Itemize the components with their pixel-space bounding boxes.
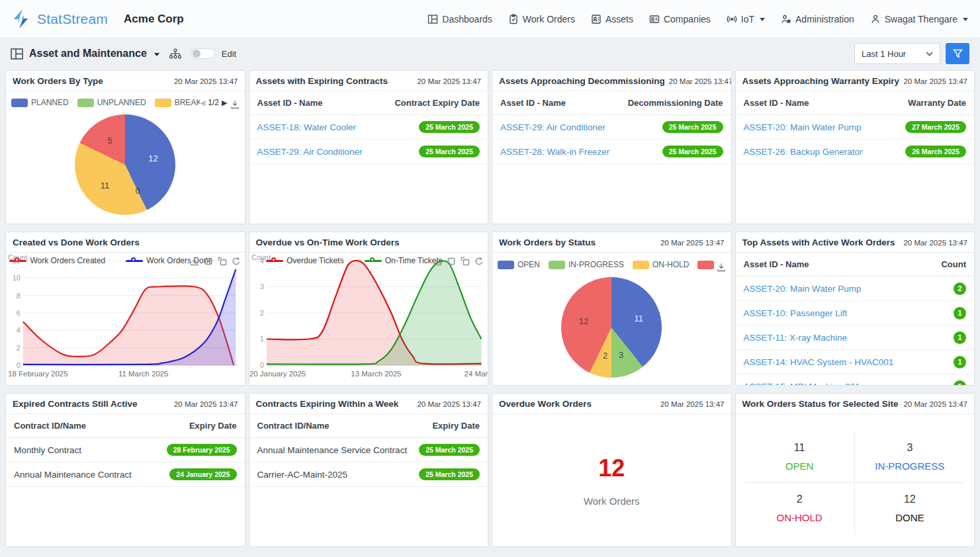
legend-item[interactable]: IN-PROGRESS	[549, 260, 624, 269]
legend-label: OPEN	[517, 260, 540, 269]
statstream-logo-icon	[12, 9, 30, 29]
brand-name: StatStream	[37, 11, 108, 27]
widget-status-selected-site: Work Orders Status for Selected Site 20 …	[735, 393, 975, 547]
dashboard-selector[interactable]: Asset and Maintenance	[11, 48, 159, 60]
nav-item-work-orders[interactable]: Work Orders	[508, 14, 575, 24]
asset-link[interactable]: ASSET-10: Passenger Lift	[744, 308, 848, 318]
widget-timestamp: 20 Mar 2025 13:47	[174, 77, 238, 85]
chart-toolbar	[433, 257, 484, 266]
legend-item[interactable]: BREAKDOWN	[155, 98, 200, 107]
table-header: Asset ID - Name Contract Expiry Date	[249, 91, 488, 115]
data-zoom-icon[interactable]	[447, 257, 456, 266]
refresh-icon[interactable]	[474, 257, 484, 266]
nav-item-iot[interactable]: IoT	[727, 14, 765, 24]
line-legend[interactable]: Work Orders CreatedWork Orders Done	[26, 256, 205, 265]
legend-label: BREAKDOWN	[175, 98, 200, 107]
status-cell-done: 12 DONE	[855, 483, 965, 534]
date-pill: 25 March 2025	[419, 121, 480, 133]
legend-item[interactable]: UNPLANNED	[77, 98, 146, 107]
svg-text:6: 6	[17, 309, 21, 317]
user-icon	[870, 14, 881, 24]
work-orders-by-status-pie-chart[interactable]: 113212	[561, 277, 662, 378]
download-icon[interactable]	[190, 257, 199, 266]
date-pill: 24 January 2025	[169, 468, 236, 480]
nav-item-user-menu[interactable]: Swagat Thengare	[870, 14, 968, 24]
nav-item-dashboards[interactable]: Dashboards	[427, 14, 492, 24]
created-vs-done-line-chart[interactable]: 024681012Count18 February 202511 March 2…	[6, 253, 245, 385]
work-orders-icon	[508, 14, 519, 24]
asset-link[interactable]: ASSET-11: X-ray Machine	[744, 333, 848, 343]
svg-text:2: 2	[17, 344, 21, 352]
asset-link[interactable]: ASSET-20: Main Water Pump	[744, 284, 862, 294]
table-header: Contract ID/Name Expiry Date	[6, 414, 245, 438]
download-icon[interactable]	[433, 257, 442, 266]
asset-link[interactable]: ASSET-15: MRI Machine 001	[744, 382, 860, 386]
pie-slice-value: 11	[101, 180, 110, 190]
restore-icon[interactable]	[218, 257, 227, 266]
brand: StatStream Acme Corp	[12, 9, 184, 29]
legend-swatch	[155, 99, 171, 107]
legend-next-icon[interactable]: ▶	[222, 99, 227, 107]
data-zoom-icon[interactable]	[204, 257, 213, 266]
status-cell-in-progress: 3 IN-PROGRESS	[855, 431, 965, 483]
column-header: Expiry Date	[189, 421, 237, 431]
svg-text:8: 8	[17, 292, 21, 300]
legend-item[interactable]: On-Time Tickets	[365, 256, 443, 265]
legend-item[interactable]: OPEN	[498, 260, 540, 269]
widget-assets-decommissioning: Assets Approaching Decommissioning 20 Ma…	[492, 70, 732, 224]
filter-button[interactable]	[946, 43, 969, 64]
refresh-icon[interactable]	[232, 257, 241, 266]
count-badge: 1	[954, 307, 966, 320]
hierarchy-icon[interactable]	[169, 48, 182, 60]
legend-label: Work Orders Created	[30, 256, 105, 265]
edit-toggle[interactable]	[191, 48, 215, 59]
widget-assets-expiring-contracts: Assets with Expiring Contracts 20 Mar 20…	[249, 70, 489, 224]
widget-title: Work Orders by Status	[499, 237, 596, 247]
pie-slice-value: 3	[619, 349, 623, 359]
overdue-vs-ontime-line-chart[interactable]: 01234Count20 January 202513 March 202524…	[249, 253, 488, 385]
overdue-count: 12	[598, 454, 625, 482]
nav-item-administration[interactable]: Administration	[781, 14, 854, 24]
legend-item[interactable]: PLANNED	[11, 98, 69, 107]
nav-item-assets[interactable]: Assets	[591, 14, 633, 24]
asset-link[interactable]: ASSET-18: Water Cooler	[257, 122, 357, 132]
time-range-select[interactable]: Last 1 Hour	[854, 43, 940, 64]
nav-label: Dashboards	[442, 14, 492, 24]
svg-text:2: 2	[259, 309, 263, 317]
legend-item[interactable]: ON-HOLD	[633, 260, 689, 269]
download-icon[interactable]	[230, 100, 240, 109]
line-legend[interactable]: Overdue TicketsOn-Time Tickets	[269, 256, 449, 265]
download-icon[interactable]	[717, 263, 726, 272]
status-grid: 11 OPEN 3 IN-PROGRESS 2 ON-HOLD 12 DONE	[745, 431, 965, 534]
assets-icon	[591, 14, 601, 24]
contract-name: Monthly Contract	[14, 445, 81, 455]
status-value: 11	[748, 442, 852, 454]
table-row: ASSET-11: X-ray Machine 1	[736, 325, 975, 350]
nav-item-companies[interactable]: Companies	[649, 14, 711, 24]
edit-label: Edit	[222, 49, 236, 59]
asset-link[interactable]: ASSET-29: Air Conditioner	[500, 122, 605, 132]
contract-name: Annual Maintenance Service Contract	[257, 445, 408, 455]
legend-prev-icon[interactable]: ◀	[200, 99, 205, 107]
widget-timestamp: 20 Mar 2025 13:47	[903, 239, 967, 247]
legend-item[interactable]: DONE	[697, 260, 716, 269]
widget-title: Work Orders By Type	[13, 76, 103, 86]
svg-text:10: 10	[13, 274, 21, 282]
asset-link[interactable]: ASSET-28: Walk-in Freezer	[500, 147, 609, 157]
restore-icon[interactable]	[461, 257, 470, 266]
asset-link[interactable]: ASSET-29: Air Conditioner	[257, 147, 363, 157]
table-header: Asset ID - Name Count	[736, 253, 975, 277]
widget-grid: Work Orders By Type 20 Mar 2025 13:47 PL…	[0, 69, 980, 552]
status-value: 3	[858, 442, 962, 454]
legend-item[interactable]: Work Orders Created	[9, 256, 105, 265]
pie-legend[interactable]: PLANNEDUNPLANNEDBREAKDOWN	[11, 98, 200, 107]
legend-item[interactable]: Overdue Tickets	[266, 256, 344, 265]
pie-slice-value: 0	[135, 186, 140, 196]
work-orders-by-type-pie-chart[interactable]: 120115	[75, 114, 175, 215]
asset-link[interactable]: ASSET-20: Main Water Pump	[744, 122, 862, 132]
table-row: ASSET-18: Water Cooler 25 March 2025	[249, 115, 488, 140]
pie-legend[interactable]: OPENIN-PROGRESSON-HOLDDONE	[498, 260, 717, 269]
table-row: Monthly Contract 28 February 2025	[6, 438, 245, 462]
asset-link[interactable]: ASSET-14: HVAC System - HVAC001	[744, 357, 894, 367]
asset-link[interactable]: ASSET-26: Backup Generator	[744, 147, 863, 157]
